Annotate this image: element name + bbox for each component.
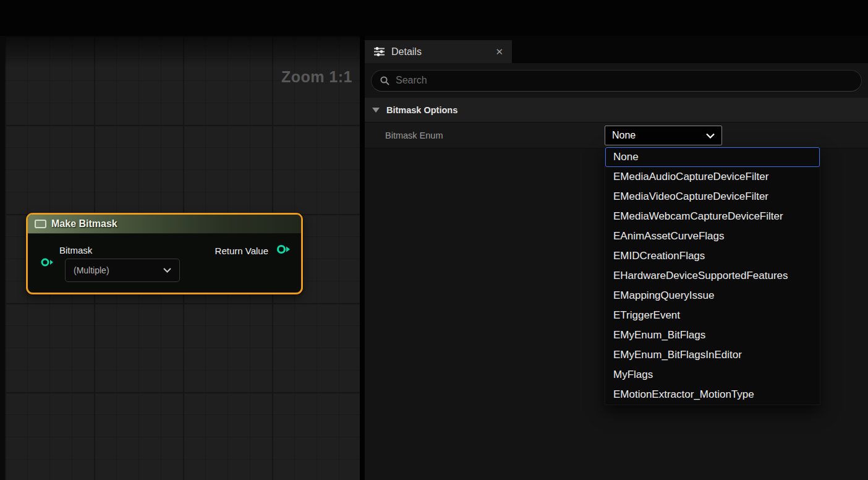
enum-option[interactable]: EMIDCreationFlags [605,246,820,266]
enum-option[interactable]: EMediaWebcamCaptureDeviceFilter [605,207,820,226]
expand-arrow-icon [372,108,380,113]
enum-option[interactable]: None [605,147,820,167]
output-pin-label: Return Value [215,246,268,256]
section-bitmask-options[interactable]: Bitmask Options [365,98,868,122]
return-value-output-pin[interactable] [276,244,291,255]
bitmask-enum-dropdown[interactable]: None [605,126,722,145]
chevron-down-icon [163,268,171,273]
details-icon [373,46,385,57]
enum-option[interactable]: EMyEnum_BitFlags [605,325,820,345]
details-panel: Details ✕ Bitmask Options [365,36,868,480]
search-input[interactable] [396,75,853,86]
node-title: Make Bitmask [51,218,117,229]
enum-option[interactable]: ETriggerEvent [605,306,820,325]
make-struct-icon [35,220,46,228]
tab-details[interactable]: Details ✕ [365,40,512,63]
bitmask-enum-value: None [612,130,636,141]
chevron-down-icon [706,133,715,139]
details-tab-bar: Details ✕ [365,36,868,63]
input-pin-label: Bitmask [59,245,92,255]
enum-option[interactable]: EHardwareDeviceSupportedFeatures [605,266,820,286]
bitmask-input-pin[interactable] [40,257,55,267]
close-icon[interactable]: ✕ [495,46,503,58]
enum-option[interactable]: EMyEnum_BitFlagsInEditor [605,345,820,365]
section-title: Bitmask Options [386,105,457,115]
panel-splitter[interactable] [360,36,365,480]
enum-option[interactable]: MyFlags [605,365,820,385]
enum-option[interactable]: EMappingQueryIssue [605,286,820,306]
search-icon [380,75,390,86]
enum-option[interactable]: EMotionExtractor_MotionType [605,385,820,405]
enum-option[interactable]: EMediaVideoCaptureDeviceFilter [605,187,820,207]
enum-dropdown-list: NoneEMediaAudioCaptureDeviceFilterEMedia… [605,147,820,405]
tab-details-label: Details [391,46,422,58]
bitmask-enum-row: Bitmask Enum None [365,122,868,148]
bitmask-value: (Multiple) [74,265,109,275]
top-bar [0,0,868,36]
make-bitmask-node[interactable]: Make Bitmask Bitmask (Multiple) Return V… [26,213,303,294]
search-row [365,63,868,98]
unreal-editor-window: Zoom 1:1 Make Bitmask Bitmask (Multiple) [0,0,868,480]
search-field[interactable] [371,70,862,92]
enum-option[interactable]: EAnimAssetCurveFlags [605,226,820,246]
blueprint-graph[interactable]: Zoom 1:1 Make Bitmask Bitmask (Multiple) [0,36,360,480]
bitmask-value-dropdown[interactable]: (Multiple) [65,259,180,282]
zoom-level-label: Zoom 1:1 [281,68,352,86]
enum-option[interactable]: EMediaAudioCaptureDeviceFilter [605,167,820,187]
property-label: Bitmask Enum [365,131,443,140]
node-header[interactable]: Make Bitmask [28,215,301,234]
